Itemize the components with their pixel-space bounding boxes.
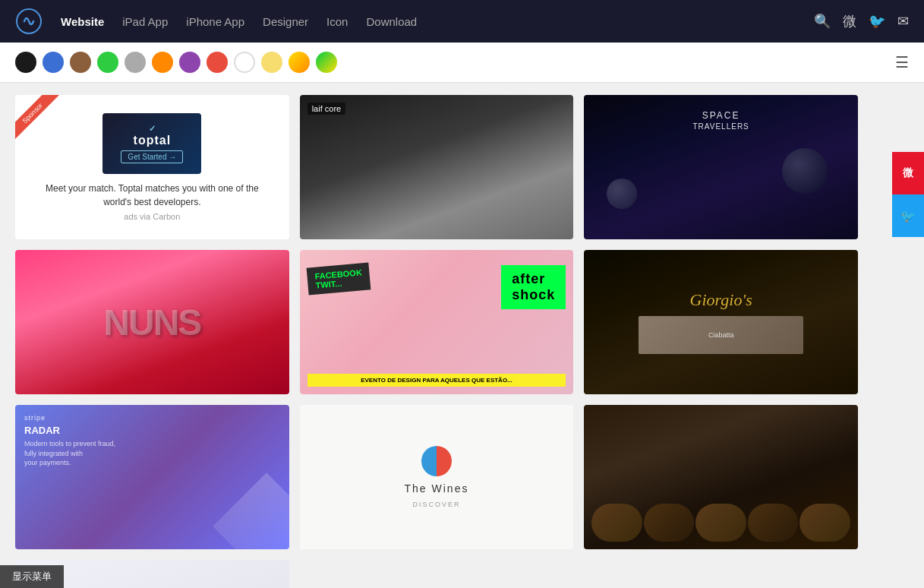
aftershock-image: FACEBOOKTWIT... aftershock EVENTO DE DES… — [300, 250, 574, 394]
email-icon[interactable]: ✉ — [897, 13, 909, 30]
color-filter-gradient-warm[interactable] — [289, 52, 310, 73]
wine-gradient-image: NUNS — [15, 250, 289, 394]
grid-item-space[interactable]: SPACETRAVELLERS — [584, 95, 858, 239]
nav-item-designer[interactable]: Designer — [263, 15, 308, 28]
color-filter-black[interactable] — [15, 52, 36, 73]
nav-item-ipad[interactable]: iPad App — [122, 15, 168, 28]
grid-item-laif[interactable]: laif core — [300, 95, 574, 239]
color-filter-brown[interactable] — [70, 52, 91, 73]
grid-item-aftershock[interactable]: FACEBOOKTWIT... aftershock EVENTO DE DES… — [300, 250, 574, 394]
show-menu-label[interactable]: 显示菜单 — [0, 565, 64, 588]
main-grid: Sponsor ✓ toptal Get Started → Meet your… — [0, 83, 873, 588]
space-image: SPACETRAVELLERS — [584, 95, 858, 239]
weibo-share-button[interactable]: 微 — [892, 152, 924, 194]
grid-item-barrels[interactable] — [584, 405, 858, 549]
stripe-radar-image: stripe RADAR Modern tools to prevent fra… — [15, 405, 289, 549]
twitter-icon[interactable]: 🐦 — [869, 13, 885, 30]
weibo-icon[interactable]: 微 — [843, 12, 856, 30]
color-filter-white[interactable] — [234, 52, 255, 73]
sponsor-card[interactable]: Sponsor ✓ toptal Get Started → Meet your… — [15, 95, 289, 239]
social-sidebar: 微 🐦 — [892, 152, 924, 237]
main-nav: Website iPad App iPhone App Designer Ico… — [61, 15, 417, 28]
header: Website iPad App iPhone App Designer Ico… — [0, 0, 924, 43]
color-filter-green[interactable] — [97, 52, 118, 73]
logo[interactable] — [15, 8, 43, 35]
search-icon[interactable]: 🔍 — [814, 13, 831, 30]
twitter-share-button[interactable]: 🐦 — [892, 194, 924, 237]
filter-menu-icon[interactable]: ☰ — [895, 53, 909, 71]
filter-bar: ☰ — [0, 43, 924, 83]
grid-item-stripe-radar[interactable]: stripe RADAR Modern tools to prevent fra… — [15, 405, 289, 549]
barrels-image — [584, 405, 858, 549]
nav-item-iphone[interactable]: iPhone App — [186, 15, 244, 28]
sponsor-badge-wrap: Sponsor — [15, 95, 70, 150]
sponsor-badge: Sponsor — [15, 95, 58, 139]
laif-image: laif core — [300, 95, 574, 239]
toptal-cta-button[interactable]: Get Started → — [121, 150, 183, 163]
grid-item-giorgios[interactable]: Giorgio's Ciabatta — [584, 250, 858, 394]
toptal-image: ✓ toptal Get Started → — [102, 113, 201, 174]
header-icons: 🔍 微 🐦 ✉ — [814, 12, 909, 30]
grid-item-wine-gradient[interactable]: NUNS — [15, 250, 289, 394]
sponsor-sub-text: ads via Carbon — [124, 212, 180, 221]
toptal-logo-text: toptal — [121, 134, 183, 147]
the-wines-image: The Wines DISCOVER — [300, 405, 574, 549]
nav-item-website[interactable]: Website — [61, 15, 104, 28]
giorgios-image: Giorgio's Ciabatta — [584, 250, 858, 394]
color-filter-gradient-cool[interactable] — [316, 52, 337, 73]
color-filter-gray[interactable] — [125, 52, 146, 73]
color-filter-purple[interactable] — [179, 52, 200, 73]
color-filter-blue[interactable] — [43, 52, 64, 73]
color-filter-red[interactable] — [207, 52, 228, 73]
color-filter-orange[interactable] — [152, 52, 173, 73]
nav-item-download[interactable]: Download — [366, 15, 417, 28]
grid-item-the-wines[interactable]: The Wines DISCOVER — [300, 405, 574, 549]
nav-item-icon[interactable]: Icon — [326, 15, 348, 28]
sponsor-description: Meet your match. Toptal matches you with… — [30, 182, 274, 209]
color-filter-yellow[interactable] — [261, 52, 282, 73]
